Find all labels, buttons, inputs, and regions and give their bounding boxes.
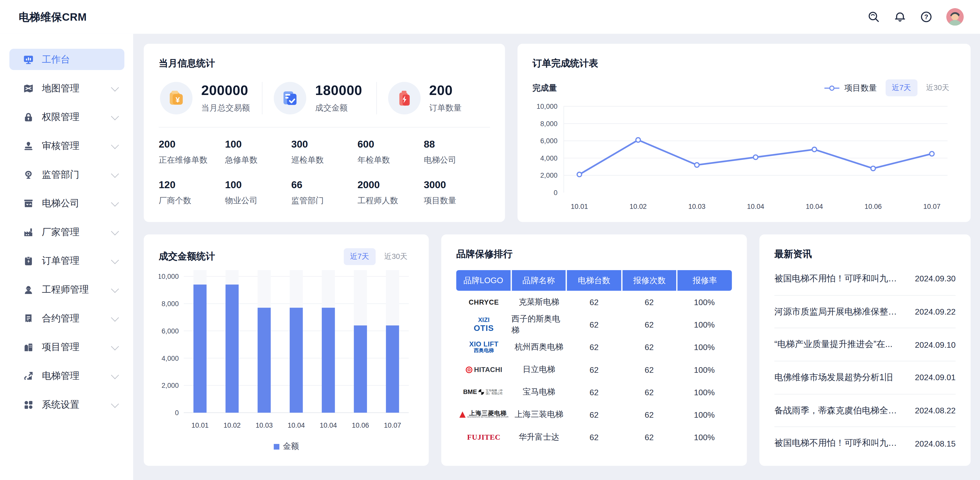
sidebar-item-factory[interactable]: 厂家管理 — [10, 222, 124, 242]
sidebar-item-lock[interactable]: 权限管理 — [10, 106, 124, 128]
repair-count-cell: 62 — [622, 342, 677, 352]
sidebar-item-label: 合约管理 — [42, 312, 80, 324]
news-item-title: 河源市质监局开展电梯准保整治... — [774, 306, 897, 317]
range-tab-7d[interactable]: 近7天 — [886, 80, 917, 96]
sidebar-item-engineer[interactable]: 工程师管理 — [10, 279, 124, 300]
help-icon[interactable]: ? — [920, 11, 932, 23]
app: 电梯维保CRM ? 工作台地图管理权限管理审核管理监管部门电梯公司厂家管理订单管… — [0, 0, 980, 480]
news-item-title: 电佛维修市场发晨超势分析1旧 — [774, 372, 893, 383]
sidebar-item-order[interactable]: 订单管理 — [10, 250, 124, 271]
brand-ranking-card: 品牌保修排行 品牌LOGO品牌名称电梯台数报修次数报修率 CHRYCE克菜斯电梯… — [441, 234, 747, 466]
brand-table-header: 品牌LOGO品牌名称电梯台数报修次数报修率 — [456, 270, 732, 291]
highlight-stat: 200订单数量 — [376, 82, 490, 114]
svg-text:10.01: 10.01 — [191, 421, 208, 429]
highlight-label: 成交金额 — [315, 103, 362, 114]
sidebar-item-map[interactable]: 地图管理 — [10, 78, 124, 99]
sidebar-item-label: 监管部门 — [42, 169, 80, 180]
notifications-bell-icon[interactable] — [894, 11, 906, 23]
highlight-texts: 200000当月总交易额 — [201, 83, 250, 113]
mini-stat: 66监管部门 — [291, 180, 358, 206]
topbar-actions: ? — [867, 8, 964, 26]
brand-logo-cell: CHRYCE — [456, 298, 511, 305]
highlight-label: 当月总交易额 — [201, 103, 250, 114]
svg-text:10.07: 10.07 — [384, 421, 401, 429]
chevron-down-icon — [111, 169, 119, 177]
repair-rate-cell: 100% — [677, 297, 732, 307]
sidebar-item-escalator[interactable]: 电梯管理 — [10, 365, 124, 386]
svg-text:10.02: 10.02 — [630, 203, 647, 210]
map-icon — [23, 83, 34, 93]
brand-logo-cell: BME宝马电梯（中国）有限公司 — [456, 389, 511, 395]
mini-stat-label: 正在维修单数 — [159, 155, 225, 166]
repair-rate-cell: 100% — [677, 365, 732, 374]
highlight-stat: 180000成交金额 — [262, 82, 376, 114]
mini-stat-value: 66 — [291, 180, 358, 191]
brand-table-body: CHRYCE克菜斯电梯6262100%XIZIOTIS西子的斯奥电梯626210… — [456, 291, 732, 448]
range-tab-30d[interactable]: 近30天 — [378, 248, 414, 265]
sidebar-item-project[interactable]: 项目管理 — [10, 336, 124, 358]
order-chart-legend: 项目数量 — [824, 82, 877, 93]
svg-text:8,000: 8,000 — [540, 120, 557, 128]
engineer-icon — [23, 284, 34, 295]
badge-icon — [23, 169, 34, 180]
elevator-count-cell: 62 — [566, 432, 622, 442]
news-item[interactable]: 电佛维修市场发晨超势分析1旧2024.09.01 — [774, 361, 956, 394]
stamp-icon — [23, 140, 34, 151]
sidebar-item-label: 电梯公司 — [42, 197, 80, 209]
news-list: 被国电梯不用怕！可呼和叫九江...2024.09.30河源市质监局开展电梯准保整… — [774, 263, 956, 459]
overview-divider — [159, 127, 490, 128]
sidebar-item-stamp[interactable]: 审核管理 — [10, 135, 124, 156]
mini-stat: 120厂商个数 — [159, 180, 225, 206]
svg-text:10.06: 10.06 — [352, 421, 369, 429]
table-header-cell: 报修率 — [676, 270, 732, 291]
sidebar-item-label: 项目管理 — [42, 341, 80, 353]
news-item[interactable]: “电梯产业质量提升推进会”在...2024.09.10 — [774, 328, 956, 361]
news-item[interactable]: 被国电梯不用怕！可呼和叫九江...2024.09.30 — [774, 263, 956, 295]
company-icon — [23, 198, 34, 209]
sidebar-item-badge[interactable]: 监管部门 — [10, 164, 124, 185]
table-header-cell: 品牌名称 — [511, 270, 566, 291]
news-item-title: 备战雨季，蒂森克虞伯电梯全力... — [774, 405, 897, 416]
news-item-date: 2024.09.22 — [915, 307, 956, 316]
brand-logo-xio: XIO LIFT西奥电梯 — [469, 341, 498, 353]
brand-name-cell: 杭州西奥电梯 — [511, 341, 566, 352]
repair-rate-cell: 100% — [677, 342, 732, 352]
brand-table-title: 品牌保修排行 — [456, 248, 732, 260]
chevron-down-icon — [111, 83, 119, 91]
svg-text:10.04: 10.04 — [806, 203, 823, 210]
news-item[interactable]: 被国电梯不用怕！可呼和叫九江...2024.08.15 — [774, 427, 956, 459]
frame: 工作台地图管理权限管理审核管理监管部门电梯公司厂家管理订单管理工程师管理合约管理… — [0, 34, 980, 480]
brand-logo-xizi: XIZIOTIS — [474, 317, 494, 332]
sidebar-item-apps[interactable]: 系统设置 — [10, 394, 124, 415]
top-header: 电梯维保CRM ? — [0, 0, 980, 34]
table-row: CHRYCE克菜斯电梯6262100% — [456, 291, 732, 313]
range-tab-7d[interactable]: 近7天 — [344, 248, 375, 265]
user-avatar[interactable] — [946, 8, 964, 26]
range-tab-30d[interactable]: 近30天 — [920, 80, 956, 96]
repair-rate-cell: 100% — [677, 320, 732, 329]
sidebar-item-contract[interactable]: 合约管理 — [10, 308, 124, 329]
svg-text:4,000: 4,000 — [162, 355, 179, 362]
news-item[interactable]: 河源市质监局开展电梯准保整治...2024.09.22 — [774, 295, 956, 328]
amount-bar-chart: 02,0004,0006,0008,00010,00010.0110.0210.… — [159, 269, 414, 440]
news-item[interactable]: 备战雨季，蒂森克虞伯电梯全力...2024.08.22 — [774, 394, 956, 427]
brand-logo-cell: FUJITEC — [456, 433, 511, 441]
chevron-down-icon — [111, 141, 119, 149]
highlight-texts: 180000成交金额 — [315, 83, 362, 113]
elevator-count-cell: 62 — [566, 365, 622, 374]
search-icon[interactable] — [867, 11, 880, 23]
brand-name-cell: 华升富士达 — [511, 432, 566, 443]
svg-text:4,000: 4,000 — [540, 155, 557, 162]
svg-text:0: 0 — [175, 409, 179, 417]
sidebar-item-dashboard[interactable]: 工作台 — [10, 49, 124, 70]
brand-logo-chryce: CHRYCE — [469, 298, 499, 305]
chevron-down-icon — [111, 342, 119, 350]
mini-stat-value: 100 — [225, 180, 291, 191]
amount-chart-range-tabs: 近7天近30天 — [344, 248, 414, 265]
order-chart-y-label: 完成量 — [533, 82, 557, 93]
contract-icon — [23, 313, 34, 324]
sidebar-item-company[interactable]: 电梯公司 — [10, 193, 124, 214]
mini-stat-label: 年检单数 — [358, 155, 424, 166]
highlight-value: 180000 — [315, 83, 362, 99]
order-completion-card: 订单完成统计表 完成量 项目数量 近7天近30天 02,0004,0006,00… — [517, 44, 971, 222]
